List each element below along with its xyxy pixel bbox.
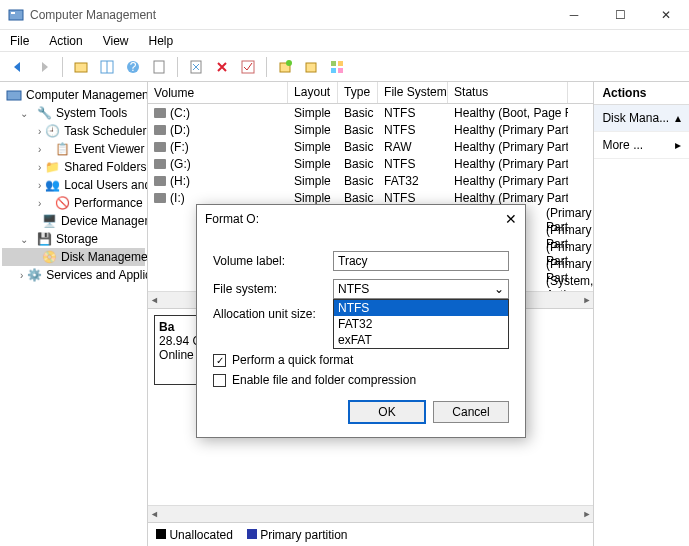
- filesystem-combo[interactable]: NTFS⌄ NTFS FAT32 exFAT: [333, 279, 509, 299]
- tree-disk-management[interactable]: 📀Disk Management: [2, 248, 145, 266]
- search-icon[interactable]: [299, 55, 323, 79]
- format-dialog: Format O: ✕ Volume label: File system: N…: [196, 204, 526, 438]
- tree-services[interactable]: ›⚙️Services and Applicatio: [2, 266, 145, 284]
- table-row[interactable]: (D:)SimpleBasicNTFSHealthy (Primary Part: [148, 121, 593, 138]
- legend: Unallocated Primary partition: [148, 522, 593, 546]
- menu-action[interactable]: Action: [45, 32, 86, 50]
- quick-format-label: Perform a quick format: [232, 353, 353, 367]
- navigation-tree[interactable]: Computer Management (L ⌄🔧System Tools ›🕘…: [0, 82, 148, 546]
- tree-event-viewer[interactable]: ›📋Event Viewer: [2, 140, 145, 158]
- collapse-icon: ▴: [675, 111, 681, 125]
- tree-label: Device Manager: [61, 214, 148, 228]
- help-icon[interactable]: ?: [121, 55, 145, 79]
- separator: [62, 57, 63, 77]
- tree-label: Local Users and Gro: [64, 178, 148, 192]
- check-icon[interactable]: [236, 55, 260, 79]
- allocation-label: Allocation unit size:: [213, 307, 333, 321]
- menu-help[interactable]: Help: [145, 32, 178, 50]
- up-icon[interactable]: [69, 55, 93, 79]
- compression-label: Enable file and folder compression: [232, 373, 416, 387]
- tree-storage[interactable]: ⌄💾Storage: [2, 230, 145, 248]
- tree-task-scheduler[interactable]: ›🕘Task Scheduler: [2, 122, 145, 140]
- actions-disk-management[interactable]: Disk Mana...▴: [594, 105, 689, 132]
- tree-shared-folders[interactable]: ›📁Shared Folders: [2, 158, 145, 176]
- status-text: (Primary Part: [546, 206, 593, 223]
- tree-root-label: Computer Management (L: [26, 88, 148, 102]
- col-volume[interactable]: Volume: [148, 82, 288, 103]
- filesystem-label: File system:: [213, 282, 333, 296]
- horizontal-scrollbar-2[interactable]: ◄►: [148, 505, 593, 522]
- window-title: Computer Management: [30, 8, 551, 22]
- disk-icon: [154, 108, 166, 118]
- disk-icon: [154, 159, 166, 169]
- compression-checkbox[interactable]: Enable file and folder compression: [213, 373, 509, 387]
- col-status[interactable]: Status: [448, 82, 568, 103]
- chevron-down-icon: ⌄: [494, 282, 504, 296]
- status-text: (Primary Part: [546, 240, 593, 257]
- tree-performance[interactable]: ›🚫Performance: [2, 194, 145, 212]
- menu-view[interactable]: View: [99, 32, 133, 50]
- status-text: (Primary Part: [546, 257, 593, 274]
- dialog-title: Format O:: [205, 212, 487, 226]
- actions-header: Actions: [594, 82, 689, 105]
- tree-system-tools[interactable]: ⌄🔧System Tools: [2, 104, 145, 122]
- minimize-button[interactable]: ─: [551, 0, 597, 30]
- delete-icon[interactable]: [210, 55, 234, 79]
- cancel-button[interactable]: Cancel: [433, 401, 509, 423]
- fs-option-ntfs[interactable]: NTFS: [334, 300, 508, 316]
- table-row[interactable]: (G:)SimpleBasicNTFSHealthy (Primary Part: [148, 155, 593, 172]
- close-button[interactable]: ✕: [643, 0, 689, 30]
- settings-icon[interactable]: [325, 55, 349, 79]
- toolbar: ?: [0, 52, 689, 82]
- table-row[interactable]: (F:)SimpleBasicRAWHealthy (Primary Part: [148, 138, 593, 155]
- ok-button[interactable]: OK: [349, 401, 425, 423]
- forward-button[interactable]: [32, 55, 56, 79]
- status-text: (System, Acti: [546, 274, 593, 291]
- quick-format-checkbox[interactable]: ✓Perform a quick format: [213, 353, 509, 367]
- tree-label: Performance: [74, 196, 143, 210]
- swatch-primary: [247, 529, 257, 539]
- tree-local-users[interactable]: ›👥Local Users and Gro: [2, 176, 145, 194]
- tree-label: Shared Folders: [64, 160, 146, 174]
- col-filesystem[interactable]: File System: [378, 82, 448, 103]
- tree-device-manager[interactable]: 🖥️Device Manager: [2, 212, 145, 230]
- table-row[interactable]: (C:)SimpleBasicNTFSHealthy (Boot, Page F: [148, 104, 593, 121]
- table-row[interactable]: (H:)SimpleBasicFAT32Healthy (Primary Par…: [148, 172, 593, 189]
- tree-label: Storage: [56, 232, 98, 246]
- tree-label: System Tools: [56, 106, 127, 120]
- dialog-titlebar[interactable]: Format O: ✕: [197, 205, 525, 233]
- back-button[interactable]: [6, 55, 30, 79]
- tree-label: Disk Management: [61, 250, 148, 264]
- new-icon[interactable]: [273, 55, 297, 79]
- col-type[interactable]: Type: [338, 82, 378, 103]
- svg-text:?: ?: [130, 60, 137, 74]
- fs-option-exfat[interactable]: exFAT: [334, 332, 508, 348]
- refresh-icon[interactable]: [184, 55, 208, 79]
- filesystem-dropdown: NTFS FAT32 exFAT: [333, 299, 509, 349]
- volume-list[interactable]: (C:)SimpleBasicNTFSHealthy (Boot, Page F…: [148, 104, 593, 206]
- expand-icon: ▸: [675, 138, 681, 152]
- svg-rect-12: [306, 63, 316, 72]
- tree-label: Event Viewer: [74, 142, 144, 156]
- volume-label-input[interactable]: [333, 251, 509, 271]
- svg-point-11: [286, 60, 292, 66]
- svg-rect-16: [338, 68, 343, 73]
- maximize-button[interactable]: ☐: [597, 0, 643, 30]
- fs-option-fat32[interactable]: FAT32: [334, 316, 508, 332]
- dialog-close-button[interactable]: ✕: [487, 211, 517, 227]
- volume-label-label: Volume label:: [213, 254, 333, 268]
- app-icon: [8, 7, 24, 23]
- svg-rect-9: [242, 61, 254, 73]
- show-hide-icon[interactable]: [95, 55, 119, 79]
- tree-root[interactable]: Computer Management (L: [2, 86, 145, 104]
- checkbox-checked-icon: ✓: [213, 354, 226, 367]
- col-layout[interactable]: Layout: [288, 82, 338, 103]
- svg-rect-14: [338, 61, 343, 66]
- status-text: (Primary Part: [546, 223, 593, 240]
- disk-icon: [154, 193, 166, 203]
- properties-icon[interactable]: [147, 55, 171, 79]
- filesystem-selected: NTFS: [338, 282, 369, 296]
- menu-file[interactable]: File: [6, 32, 33, 50]
- legend-unallocated: Unallocated: [169, 528, 232, 542]
- actions-more[interactable]: More ...▸: [594, 132, 689, 159]
